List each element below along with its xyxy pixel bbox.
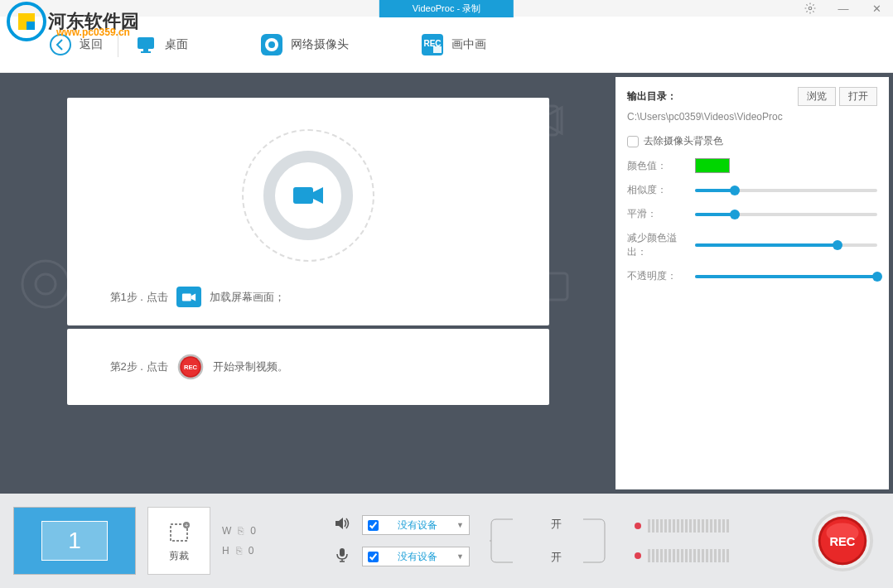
pip-icon: REC: [420, 32, 445, 57]
link-icon: ⎘: [238, 525, 244, 537]
step1-instruction: 第1步 . 点击 加载屏幕画面；: [110, 287, 285, 307]
camera-icon: [292, 184, 325, 207]
mic-indicator: [635, 552, 641, 559]
microphone-icon: [334, 547, 354, 566]
output-path: C:\Users\pc0359\Videos\VideoProc: [627, 111, 877, 123]
w-value: 0: [250, 525, 256, 537]
pip-label: 画中画: [451, 37, 486, 52]
chevron-down-icon: ▼: [456, 521, 464, 529]
speaker-icon: [334, 516, 354, 534]
preview-card: 第1步 . 点击 加载屏幕画面；: [67, 98, 549, 325]
spill-label: 减少颜色溢出：: [627, 231, 688, 259]
bracket-right: [582, 518, 606, 564]
similarity-label: 相似度：: [627, 183, 688, 197]
speaker-device-select[interactable]: 没有设备 ▼: [362, 515, 470, 535]
crop-label: 剪裁: [169, 549, 189, 563]
smooth-slider[interactable]: [695, 213, 877, 216]
smooth-label: 平滑：: [627, 207, 688, 221]
open-button[interactable]: 打开: [839, 87, 877, 106]
color-swatch[interactable]: [695, 158, 730, 173]
step2-card: 第2步 . 点击 REC 开始录制视频。: [67, 329, 549, 405]
remove-bg-checkbox[interactable]: [627, 136, 639, 147]
webcam-icon: [259, 32, 284, 57]
crop-icon: +: [166, 519, 192, 546]
opacity-label: 不透明度：: [627, 269, 688, 283]
record-button[interactable]: REC: [810, 508, 875, 573]
svg-rect-11: [433, 46, 442, 53]
step1-suffix: 加载屏幕画面；: [210, 290, 285, 305]
close-button[interactable]: ✕: [860, 0, 893, 17]
svg-point-1: [809, 7, 812, 10]
source-thumbnail[interactable]: 1: [13, 507, 136, 575]
mic-switch[interactable]: 开: [551, 550, 562, 565]
mic-checkbox[interactable]: [368, 552, 379, 562]
step1-camera-badge: [176, 287, 201, 307]
watermark-url: www.pc0359.cn: [56, 27, 130, 38]
svg-text:+: +: [185, 522, 189, 529]
mic-device-text: 没有设备: [398, 550, 437, 564]
svg-point-14: [22, 261, 69, 307]
link-icon: ⎘: [236, 545, 242, 557]
spill-slider[interactable]: [695, 243, 877, 247]
desktop-label: 桌面: [165, 37, 188, 52]
step2-suffix: 开始录制视频。: [213, 359, 288, 374]
speaker-device-text: 没有设备: [398, 518, 437, 533]
thumb-number: 1: [41, 521, 108, 561]
output-dir-label: 输出目录：: [627, 89, 677, 104]
svg-rect-4: [143, 49, 148, 51]
h-value: 0: [249, 545, 254, 557]
speaker-checkbox[interactable]: [368, 520, 379, 531]
audio-zone: 没有设备 ▼ 没有设备 ▼: [334, 515, 470, 566]
speaker-meter: [648, 519, 729, 533]
minimize-button[interactable]: —: [827, 0, 860, 17]
svg-text:REC: REC: [184, 364, 198, 371]
w-label: W: [222, 525, 231, 537]
similarity-slider[interactable]: [695, 189, 877, 192]
preview-zone: 第1步 . 点击 加载屏幕画面； 第2步 . 点击 REC 开始录制视频。: [0, 73, 615, 494]
chevron-down-icon: ▼: [456, 552, 464, 561]
meter-column: [635, 519, 729, 562]
preview-ring[interactable]: [242, 129, 374, 262]
mic-meter: [648, 549, 729, 562]
mic-device-select[interactable]: 没有设备 ▼: [362, 547, 470, 566]
window-title: VideoProc - 录制: [379, 0, 514, 17]
side-panel: 输出目录： 浏览 打开 C:\Users\pc0359\Videos\Video…: [615, 77, 889, 489]
svg-rect-26: [340, 548, 345, 557]
bottom-bar: 1 + 剪裁 W⎘0 H⎘0 没有设备 ▼: [0, 494, 893, 588]
svg-rect-18: [181, 293, 191, 301]
svg-point-15: [36, 274, 56, 294]
rec-label: REC: [830, 535, 856, 548]
dimensions: W⎘0 H⎘0: [222, 525, 256, 557]
color-label: 颜色值：: [627, 159, 688, 173]
opacity-slider[interactable]: [695, 275, 877, 278]
rec-mini-icon: REC: [176, 353, 205, 381]
webcam-button[interactable]: 网络摄像头: [244, 28, 364, 61]
step1-prefix: 第1步 . 点击: [110, 290, 168, 305]
pip-button[interactable]: REC 画中画: [405, 28, 501, 61]
speaker-switch[interactable]: 开: [551, 517, 562, 532]
speaker-indicator: [635, 523, 641, 529]
main-area: 第1步 . 点击 加载屏幕画面； 第2步 . 点击 REC 开始录制视频。 输出…: [0, 73, 893, 494]
step2-prefix: 第2步 . 点击: [110, 359, 168, 374]
svg-rect-17: [293, 187, 313, 204]
browse-button[interactable]: 浏览: [798, 87, 836, 106]
webcam-label: 网络摄像头: [291, 37, 349, 52]
svg-rect-3: [138, 37, 154, 49]
h-label: H: [222, 545, 229, 557]
remove-bg-label: 去除摄像头背景色: [644, 134, 723, 148]
settings-icon[interactable]: [794, 0, 827, 17]
watermark-logo-area: 河东软件园 www.pc0359.cn: [7, 2, 139, 41]
svg-rect-5: [141, 51, 151, 53]
svg-point-8: [268, 41, 275, 48]
bracket-left: [490, 518, 514, 564]
crop-button[interactable]: + 剪裁: [147, 507, 210, 575]
switch-column: 开 开: [551, 517, 562, 565]
watermark-logo-icon: [7, 2, 46, 41]
